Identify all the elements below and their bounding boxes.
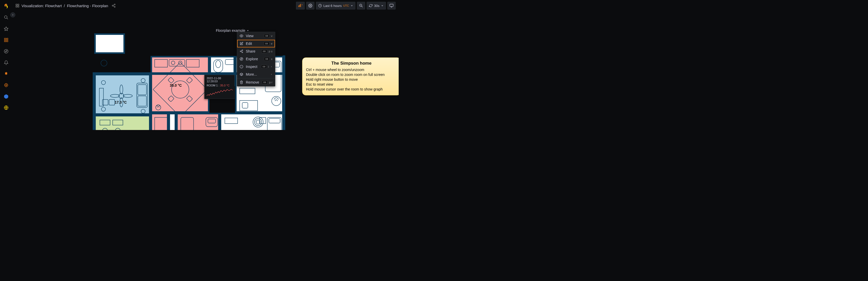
kiosk-button[interactable] (388, 2, 396, 9)
trash-icon (240, 81, 243, 84)
menu-view[interactable]: View ⌨v (237, 32, 275, 40)
menu-remove[interactable]: Remove ⌨p r (237, 79, 275, 86)
alert-icon[interactable] (2, 70, 10, 78)
svg-rect-30 (390, 4, 393, 6)
menu-more-label: More... (246, 72, 257, 76)
refresh-button[interactable]: 30s (367, 2, 386, 9)
share-icon (240, 50, 243, 53)
sidebar-collapse-handle[interactable] (10, 12, 16, 18)
chevron-down-icon (247, 29, 249, 32)
search-icon[interactable] (2, 13, 10, 22)
svg-line-20 (113, 6, 115, 7)
svg-rect-88 (155, 117, 167, 130)
star-icon[interactable] (2, 25, 10, 33)
add-panel-button[interactable]: + (296, 2, 305, 9)
svg-rect-6 (7, 40, 8, 42)
svg-rect-12 (16, 4, 17, 5)
keyboard-icon: ⌨ (262, 81, 268, 84)
tooltip-timestamp: 2022-11-08 12:28:03 (207, 77, 232, 83)
room-hall[interactable] (151, 113, 168, 130)
menu-edit[interactable]: Edit ⌨e (237, 40, 275, 48)
explore-icon[interactable] (2, 47, 10, 55)
settings-button[interactable] (306, 2, 314, 9)
svg-rect-64 (214, 59, 223, 72)
hover-tooltip: 2022-11-08 12:28:03 ROOM 1 : 35.0 °C (204, 75, 235, 99)
breadcrumb-sep: / (64, 4, 65, 8)
svg-rect-94 (267, 117, 281, 130)
menu-remove-key: p r (269, 81, 273, 84)
menu-explore[interactable]: Explore ⌨x (237, 55, 275, 63)
main-panel-area: 17.3 °C (12, 11, 399, 130)
svg-point-112 (240, 57, 243, 60)
svg-rect-53 (186, 59, 199, 67)
edit-icon (240, 42, 243, 46)
svg-rect-23 (300, 4, 301, 7)
zoom-out-button[interactable] (357, 2, 365, 9)
svg-point-0 (4, 16, 7, 19)
refresh-interval: 30s (374, 4, 379, 8)
svg-line-111 (241, 52, 242, 52)
share-icon[interactable] (112, 4, 116, 8)
svg-point-42 (123, 94, 132, 97)
menu-more[interactable]: More... (237, 71, 275, 78)
room-guest[interactable] (220, 113, 284, 130)
svg-line-110 (241, 51, 242, 51)
chevron-right-icon (270, 66, 273, 68)
dashboards-icon[interactable] (2, 36, 10, 44)
svg-rect-21 (298, 5, 299, 7)
menu-edit-label: Edit (246, 41, 252, 46)
svg-rect-56 (168, 95, 174, 102)
menu-inspect-key: i (268, 65, 269, 68)
info-line1: Ctrl + mouse wheel to zoom/unzoom (306, 67, 397, 72)
plugins-icon[interactable] (2, 81, 10, 89)
svg-rect-35 (138, 85, 147, 95)
menu-remove-label: Remove (246, 80, 259, 84)
globe-icon[interactable] (2, 104, 10, 112)
svg-rect-103 (113, 120, 123, 125)
svg-point-109 (242, 52, 243, 53)
svg-rect-3 (4, 38, 6, 39)
utc-badge: UTC (343, 4, 349, 7)
svg-point-99 (254, 118, 262, 125)
menu-inspect[interactable]: Inspect ⌨i (237, 63, 275, 71)
svg-point-33 (101, 60, 107, 66)
menu-share[interactable]: Share ⌨p s (237, 48, 275, 55)
svg-rect-89 (181, 117, 193, 130)
svg-point-107 (242, 50, 243, 51)
toolbar-right: + Last 6 hours UTC 30s (296, 2, 396, 9)
room-living[interactable] (94, 74, 151, 115)
info-line5: Hold mouse cursor over the room to show … (306, 87, 397, 92)
svg-marker-10 (4, 94, 8, 99)
breadcrumb-current[interactable]: Flowcharting - Floorplan (67, 4, 108, 8)
svg-rect-58 (186, 95, 192, 102)
room-garage[interactable] (94, 33, 125, 54)
breadcrumb-parent[interactable]: Visualization: Flowchart (22, 4, 62, 8)
room-child[interactable] (176, 113, 220, 130)
grafana-logo-icon[interactable] (2, 2, 10, 10)
svg-rect-22 (299, 5, 300, 7)
svg-point-106 (241, 35, 242, 36)
svg-rect-34 (137, 83, 148, 107)
menu-explore-label: Explore (246, 57, 258, 61)
svg-point-41 (111, 94, 120, 97)
room-kitchen-temp: 35.0 °C (170, 83, 182, 87)
svg-rect-91 (208, 119, 216, 123)
bell-icon[interactable] (2, 58, 10, 67)
room-closet[interactable] (168, 113, 176, 130)
svg-point-108 (240, 51, 241, 52)
svg-rect-96 (260, 117, 266, 123)
svg-rect-5 (4, 40, 6, 42)
kubernetes-icon[interactable] (2, 92, 10, 101)
svg-marker-2 (4, 27, 8, 31)
room-study[interactable] (94, 115, 151, 130)
time-range-button[interactable]: Last 6 hours UTC (316, 2, 355, 9)
room-living-temp: 17.3 °C (115, 100, 127, 104)
svg-line-59 (180, 62, 208, 89)
svg-rect-15 (18, 6, 19, 7)
tooltip-value: 35.0 °C (220, 84, 230, 87)
svg-rect-97 (225, 118, 238, 123)
svg-line-60 (180, 89, 208, 114)
info-line2: Double click on room to zoom room on ful… (306, 72, 397, 77)
apps-icon[interactable] (16, 4, 20, 8)
svg-text:+: + (301, 4, 303, 6)
